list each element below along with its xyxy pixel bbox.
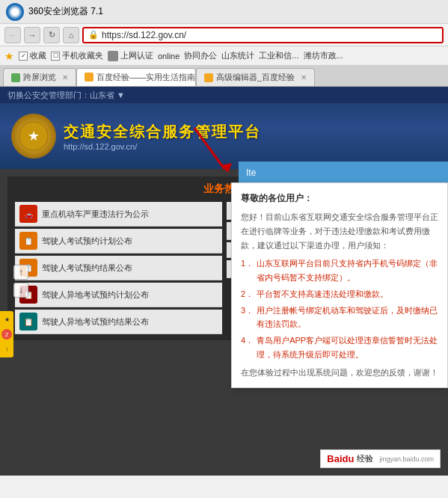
business-item-5[interactable]: 📋 驾驶人异地考试预约结果公布	[15, 310, 222, 334]
notice-list: 1． 山东互联网平台目前只支持省内手机号码绑定（非省内号码暂不支持绑定）。 2．…	[241, 256, 438, 361]
tab-baidu-editor[interactable]: 高级编辑器_百度经验 ✕	[196, 68, 315, 86]
net-auth-icon	[108, 51, 118, 61]
tab-cross-screen[interactable]: 跨屏浏览 ✕	[3, 68, 76, 86]
bookmark-mobile-favorites[interactable]: ☐ 手机收藏夹	[51, 50, 103, 61]
content-forward-btn[interactable]: ↓	[13, 283, 28, 298]
browser-title: 360安全浏览器 7.1	[28, 5, 103, 18]
business-item-1[interactable]: 🚗 重点机动车严重违法行为公示	[15, 202, 222, 227]
baidu-url: jingyan.baidu.com	[379, 455, 434, 463]
sidebar-star: ★ 2 ↑	[0, 311, 13, 357]
sidebar-btn-1[interactable]: ★	[1, 314, 12, 325]
notice-item-3: 3． 用户注册帐号绑定机动车和驾驶证后，及时缴纳已有违法罚款。	[241, 304, 438, 331]
notice-greeting: 尊敬的各位用户：	[241, 191, 438, 206]
business-icon-2: 📋	[19, 232, 37, 250]
notice-bar: Ite	[239, 162, 448, 184]
tab-favicon-cross-screen	[11, 73, 20, 82]
bookmark-industry[interactable]: 工业和信...	[259, 50, 298, 61]
notice-intro: 您好！目前山东省互联网交通安全综合服务管理平台正在进行临牌等业务，对于违法处理缴…	[241, 210, 438, 252]
baidu-logo: Baidu	[327, 453, 354, 464]
home-button[interactable]: ⌂	[63, 27, 79, 43]
bookmark-online[interactable]: online	[158, 52, 179, 61]
red-arrow-icon	[150, 124, 239, 184]
bookmark-collab[interactable]: 协同办公	[184, 50, 217, 61]
notice-item-1: 1． 山东互联网平台目前只支持省内手机号码绑定（非省内号码暂不支持绑定）。	[241, 256, 438, 284]
browser-logo	[6, 3, 24, 21]
favorites-star[interactable]: ★	[4, 50, 14, 62]
notice-popup: 尊敬的各位用户： 您好！目前山东省互联网交通安全综合服务管理平台正在进行临牌等业…	[231, 182, 448, 388]
browser-logo-inner	[7, 4, 22, 19]
browser-titlebar: 360安全浏览器 7.1	[0, 0, 448, 24]
forward-button[interactable]: →	[24, 27, 40, 43]
business-item-3[interactable]: 📋 驾驶人考试预约结果公布	[15, 256, 222, 280]
back-button[interactable]: ←	[4, 27, 21, 43]
tab-close-baidu-editor[interactable]: ✕	[301, 73, 307, 82]
business-icon-5: 📋	[19, 313, 37, 331]
bookmark-stats[interactable]: 山东统计	[221, 50, 254, 61]
tabs-bar: 跨屏浏览 ✕ 百度经验——实用生活指南 ✕ 高级编辑器_百度经验 ✕	[0, 66, 448, 87]
tab-favicon-baidu-exp	[85, 73, 93, 82]
business-item-4[interactable]: 📋 驾驶人异地考试预约计划公布	[15, 283, 222, 307]
sidebar-notification-badge: 2	[1, 329, 12, 339]
baidu-source-label: 经验	[357, 453, 373, 464]
address-bar[interactable]: 🔒 https://sd.122.gov.cn/	[82, 27, 444, 43]
site-top-bar: 切换公安交管理部门：山东省 ▼	[0, 87, 448, 103]
svg-text:★: ★	[28, 129, 40, 144]
bookmark-favorites[interactable]: ✓ 收藏	[19, 50, 46, 61]
bookmark-weifang[interactable]: 潍坊市政...	[304, 50, 343, 61]
notice-item-4: 4． 青岛用户APP客户端可以处理违章信誓暂时无法处理，待系统升级后即可处理。	[241, 333, 438, 361]
bookmark-net-auth[interactable]: 上网认证	[108, 50, 153, 61]
bookmarks-bar: ★ ✓ 收藏 ☐ 手机收藏夹 上网认证 online 协同办公 山东统计 工业和…	[0, 46, 448, 66]
notice-item-2: 2． 平台暂不支持高速违法处理和缴款。	[241, 287, 438, 301]
mobile-icon: ☐	[51, 52, 60, 61]
content-back-btn[interactable]: ↑	[13, 265, 28, 280]
svg-line-2	[194, 128, 224, 169]
refresh-button[interactable]: ↻	[43, 27, 60, 43]
tab-baidu-exp[interactable]: 百度经验——实用生活指南 ✕	[76, 68, 196, 86]
tab-favicon-baidu-editor	[204, 73, 213, 82]
business-icon-1: 🚗	[19, 205, 37, 223]
content-area: 切换公安交管理部门：山东省 ▼ ★ 交通安全综合服务管理平台 http://sd…	[0, 87, 448, 476]
content-nav: ↑ ↓	[13, 265, 28, 298]
address-url-text: https://sd.122.gov.cn/	[102, 30, 186, 40]
business-item-2[interactable]: 📋 驾驶人考试预约计划公布	[15, 229, 222, 253]
browser-navbar: ← → ↻ ⌂ 🔒 https://sd.122.gov.cn/	[0, 24, 448, 46]
baidu-watermark: Baidu 经验 jingyan.baidu.com	[320, 449, 441, 468]
sidebar-btn-2[interactable]: ↑	[1, 344, 12, 354]
checkbox-icon: ✓	[19, 52, 28, 61]
business-left: 🚗 重点机动车严重违法行为公示 📋 驾驶人考试预约计划公布 📋 驾驶人考试预约结…	[15, 202, 222, 334]
website-bg: 切换公安交管理部门：山东省 ▼ ★ 交通安全综合服务管理平台 http://sd…	[0, 87, 448, 476]
tab-close-cross-screen[interactable]: ✕	[62, 73, 68, 82]
notice-footer: 在您体验过程中出现系统问题，欢迎您的反馈，谢谢！	[241, 366, 438, 380]
site-emblem: ★	[11, 114, 56, 159]
ssl-lock-icon: 🔒	[88, 30, 99, 40]
